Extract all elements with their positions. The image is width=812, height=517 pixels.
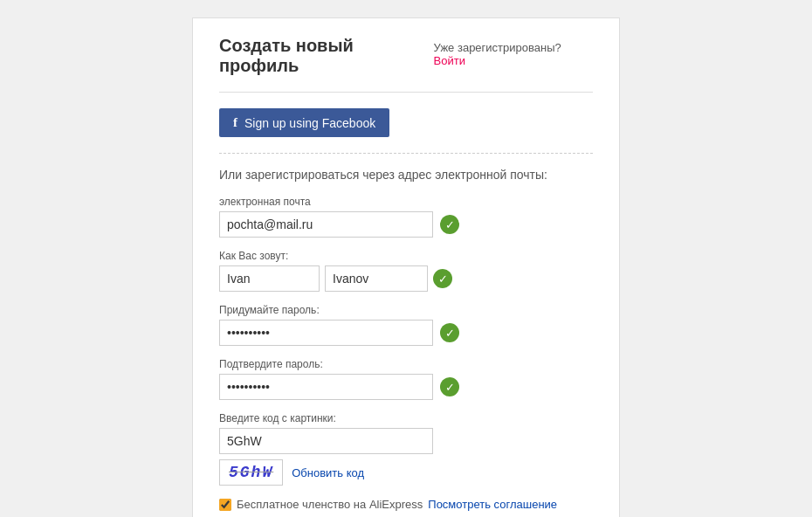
email-label: электронная почта bbox=[219, 196, 593, 208]
confirm-valid-icon: ✓ bbox=[440, 377, 459, 396]
captcha-image: 5GhW bbox=[219, 459, 283, 486]
captcha-image-row: 5GhW Обновить код bbox=[219, 459, 593, 486]
name-label: Как Вас зовут: bbox=[219, 250, 593, 262]
confirm-field-group: Подтвердите пароль: ✓ bbox=[219, 358, 593, 400]
password-field-group: Придумайте пароль: ✓ bbox=[219, 304, 593, 346]
refresh-captcha-link[interactable]: Обновить код bbox=[292, 466, 364, 479]
captcha-label: Введите код с картинки: bbox=[219, 412, 593, 424]
login-link[interactable]: Войти bbox=[434, 54, 465, 67]
agreement-checkbox[interactable] bbox=[219, 499, 231, 511]
form-title: Создать новый профиль bbox=[219, 36, 434, 76]
facebook-icon: f bbox=[233, 115, 237, 130]
first-name-input[interactable] bbox=[219, 265, 320, 292]
or-email-label: Или зарегистрироваться через адрес элект… bbox=[219, 168, 593, 182]
mid-divider bbox=[219, 153, 593, 154]
captcha-input-row bbox=[219, 428, 593, 454]
name-field-group: Как Вас зовут: ✓ bbox=[219, 250, 593, 292]
top-divider bbox=[219, 92, 593, 93]
confirm-label: Подтвердите пароль: bbox=[219, 358, 593, 370]
email-field-group: электронная почта ✓ bbox=[219, 196, 593, 238]
password-label: Придумайте пароль: bbox=[219, 304, 593, 316]
email-valid-icon: ✓ bbox=[440, 215, 459, 234]
page-wrapper: Создать новый профиль Уже зарегистрирова… bbox=[0, 9, 812, 517]
agreement-text: Бесплатное членство на AliExpress bbox=[237, 498, 423, 511]
facebook-btn-label: Sign up using Facebook bbox=[244, 116, 375, 130]
email-input[interactable] bbox=[219, 211, 433, 238]
agreement-link[interactable]: Посмотреть соглашение bbox=[428, 498, 557, 511]
password-row: ✓ bbox=[219, 320, 593, 346]
name-row: ✓ bbox=[219, 265, 593, 292]
captcha-input[interactable] bbox=[219, 428, 433, 454]
form-header: Создать новый профиль Уже зарегистрирова… bbox=[219, 36, 593, 76]
name-valid-icon: ✓ bbox=[433, 269, 452, 288]
registration-form: Создать новый профиль Уже зарегистрирова… bbox=[192, 17, 620, 517]
password-valid-icon: ✓ bbox=[440, 323, 459, 342]
password-input[interactable] bbox=[219, 320, 433, 346]
email-row: ✓ bbox=[219, 211, 593, 238]
confirm-input[interactable] bbox=[219, 374, 433, 400]
agreement-row: Бесплатное членство на AliExpress Посмот… bbox=[219, 498, 593, 511]
facebook-signup-button[interactable]: f Sign up using Facebook bbox=[219, 108, 389, 137]
captcha-field-group: Введите код с картинки: 5GhW Обновить ко… bbox=[219, 412, 593, 486]
last-name-input[interactable] bbox=[325, 265, 428, 292]
confirm-row: ✓ bbox=[219, 374, 593, 400]
already-registered-text: Уже зарегистрированы? Войти bbox=[434, 41, 593, 67]
